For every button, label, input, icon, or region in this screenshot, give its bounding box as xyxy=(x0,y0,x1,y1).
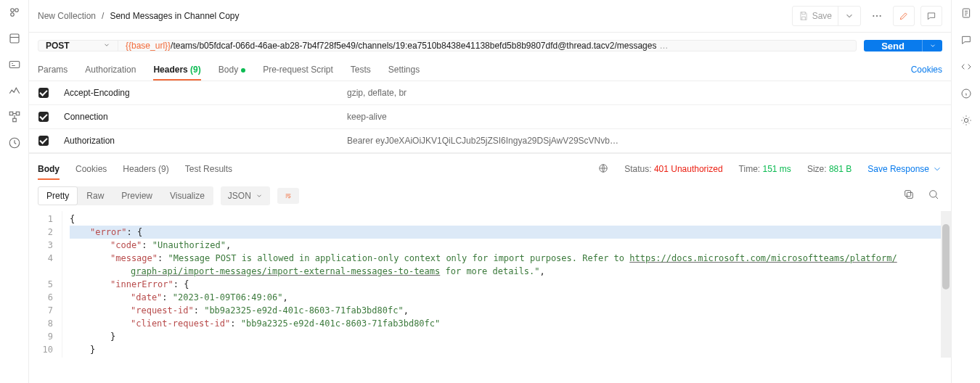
svg-rect-3 xyxy=(10,34,19,43)
tab-settings[interactable]: Settings xyxy=(388,59,420,81)
tab-tests[interactable]: Tests xyxy=(351,59,371,81)
code-panel-icon[interactable] xyxy=(960,61,972,75)
flows-icon[interactable] xyxy=(8,110,21,123)
response-tabs: Body Cookies Headers (9) Test Results St… xyxy=(29,153,951,180)
header-key-cell[interactable]: Accept-Encoding xyxy=(58,88,341,98)
main-panel: New Collection / Send Messages in Channe… xyxy=(29,0,951,383)
edit-icon[interactable] xyxy=(893,6,915,26)
header-key-cell[interactable]: Connection xyxy=(58,112,341,122)
info-panel-icon[interactable] xyxy=(960,88,972,102)
send-dropdown[interactable] xyxy=(922,40,942,52)
tab-authorization[interactable]: Authorization xyxy=(85,59,136,81)
comments-panel-icon[interactable] xyxy=(960,34,972,48)
url-rest: /teams/b05fdcaf-066d-46ae-ab28-7b4f728f5… xyxy=(171,41,656,51)
breadcrumb-sep: / xyxy=(102,11,104,21)
table-row: Authorization Bearer eyJ0eXAiOiJKV1QiLCJ… xyxy=(29,129,951,153)
url-combo: POST {{base_url}}/teams/b05fdcaf-066d-46… xyxy=(38,40,857,52)
svg-point-0 xyxy=(10,9,14,12)
response-body-editor[interactable]: 1 2 3 4 5 6 7 8 9 10 { "error": { "code"… xyxy=(29,211,951,361)
history-icon[interactable] xyxy=(8,136,21,149)
scrollbar[interactable] xyxy=(941,211,951,358)
seg-visualize[interactable]: Visualize xyxy=(161,186,213,205)
time-meta: Time: 151 ms xyxy=(739,164,791,174)
restab-tests[interactable]: Test Results xyxy=(185,158,232,180)
restab-headers[interactable]: Headers (9) xyxy=(123,158,168,180)
save-button[interactable]: Save xyxy=(793,7,838,25)
url-input[interactable]: {{base_url}}/teams/b05fdcaf-066d-46ae-ab… xyxy=(118,41,856,51)
tab-headers[interactable]: Headers (9) xyxy=(153,59,200,81)
svg-rect-7 xyxy=(12,118,16,122)
left-rail xyxy=(0,0,29,383)
table-row: Accept-Encoding gzip, deflate, br xyxy=(29,81,951,105)
restab-cookies[interactable]: Cookies xyxy=(75,158,107,180)
tab-params[interactable]: Params xyxy=(38,59,68,81)
send-button-group: Send xyxy=(864,40,942,52)
svg-point-9 xyxy=(873,15,874,17)
search-icon[interactable] xyxy=(925,186,942,205)
status-meta: Status: 401 Unauthorized xyxy=(624,164,722,174)
svg-rect-15 xyxy=(907,192,912,198)
right-rail xyxy=(951,0,980,383)
header-checkbox[interactable] xyxy=(38,136,49,146)
url-var: {{base_url}} xyxy=(126,41,171,51)
documentation-icon[interactable] xyxy=(960,7,972,21)
svg-rect-16 xyxy=(905,191,911,197)
svg-rect-4 xyxy=(9,62,20,68)
tab-body[interactable]: Body xyxy=(219,59,245,81)
request-tabs: Params Authorization Headers (9) Body Pr… xyxy=(29,59,951,81)
save-response-button[interactable]: Save Response xyxy=(867,164,942,174)
copy-icon[interactable] xyxy=(900,186,918,205)
seg-preview[interactable]: Preview xyxy=(113,186,161,205)
header-checkbox[interactable] xyxy=(38,88,49,98)
network-icon[interactable] xyxy=(598,163,608,176)
header-checkbox[interactable] xyxy=(38,112,49,122)
header-value-cell[interactable]: gzip, deflate, br xyxy=(341,88,632,98)
svg-point-17 xyxy=(930,191,936,197)
header-value-cell[interactable]: Bearer eyJ0eXAiOiJKV1QiLCJub25jZSI6Ingya… xyxy=(341,136,632,146)
seg-pretty[interactable]: Pretty xyxy=(38,186,78,205)
svg-point-10 xyxy=(876,15,878,17)
method-dropdown[interactable]: POST xyxy=(38,41,118,51)
view-segment: Pretty Raw Preview Visualize xyxy=(38,186,213,205)
environments-icon[interactable] xyxy=(8,58,21,71)
save-button-group: Save xyxy=(792,6,861,26)
svg-point-11 xyxy=(880,15,881,17)
method-label: POST xyxy=(46,41,70,51)
seg-raw[interactable]: Raw xyxy=(78,186,113,205)
line-gutter: 1 2 3 4 5 6 7 8 9 10 xyxy=(29,211,62,358)
request-bar: POST {{base_url}}/teams/b05fdcaf-066d-46… xyxy=(29,33,951,59)
send-button[interactable]: Send xyxy=(864,40,922,52)
save-dropdown[interactable] xyxy=(838,7,860,25)
code-source[interactable]: { "error": { "code": "Unauthorized", "me… xyxy=(62,211,951,358)
format-dropdown[interactable]: JSON xyxy=(221,186,270,205)
svg-point-20 xyxy=(964,118,968,122)
monitors-icon[interactable] xyxy=(8,84,21,97)
tab-prerequest[interactable]: Pre-request Script xyxy=(263,59,333,81)
headers-table: Accept-Encoding gzip, deflate, br Connec… xyxy=(29,81,951,153)
breadcrumb-request[interactable]: Send Messages in Channel Copy xyxy=(110,11,239,21)
svg-point-1 xyxy=(15,9,18,12)
wrap-lines-icon[interactable] xyxy=(277,188,299,204)
collections-icon[interactable] xyxy=(8,6,21,19)
body-changed-dot-icon xyxy=(241,68,245,73)
size-meta: Size: 881 B xyxy=(807,164,852,174)
apis-icon[interactable] xyxy=(8,32,21,45)
restab-body[interactable]: Body xyxy=(38,158,60,180)
breadcrumb-collection[interactable]: New Collection xyxy=(38,11,96,21)
pretty-toolbar: Pretty Raw Preview Visualize JSON xyxy=(29,180,951,211)
table-row: Connection keep-alive xyxy=(29,105,951,129)
header-key-cell[interactable]: Authorization xyxy=(58,136,341,146)
url-fade: … xyxy=(659,41,668,51)
related-icon[interactable] xyxy=(960,115,972,128)
svg-point-2 xyxy=(10,13,14,17)
header-value-cell[interactable]: keep-alive xyxy=(341,112,632,122)
cookies-link[interactable]: Cookies xyxy=(911,59,942,81)
more-options-icon[interactable] xyxy=(867,6,887,26)
save-label: Save xyxy=(812,11,832,21)
svg-rect-6 xyxy=(16,112,20,115)
comments-icon[interactable] xyxy=(920,6,942,26)
title-bar: New Collection / Send Messages in Channe… xyxy=(29,0,951,33)
svg-rect-5 xyxy=(9,112,13,115)
